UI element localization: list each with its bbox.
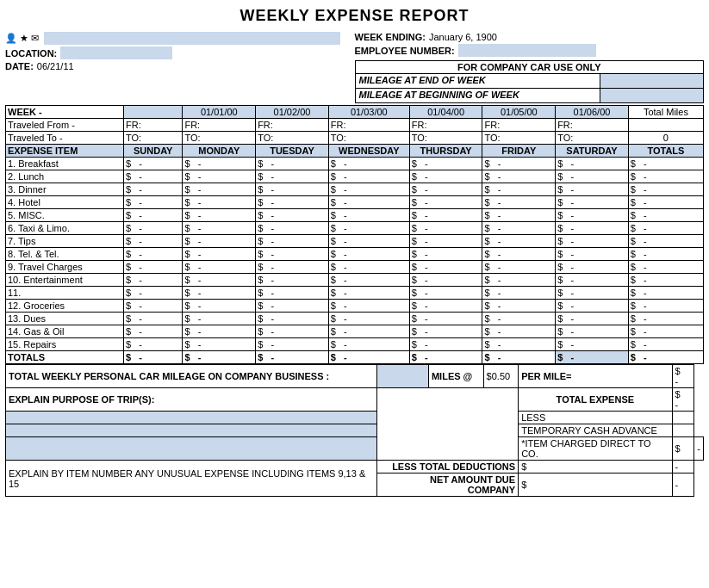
cell-0-6[interactable]: $ - — [556, 158, 629, 170]
cell-1-4[interactable]: $ - — [409, 170, 482, 183]
cell-1-1[interactable]: $ - — [183, 170, 256, 183]
cell-2-7[interactable]: $ - — [628, 183, 703, 196]
mileage-end-input[interactable] — [600, 74, 703, 88]
cell-8-2[interactable]: $ - — [256, 261, 329, 274]
cell-0-3[interactable]: $ - — [328, 158, 409, 170]
cell-7-5[interactable]: $ - — [482, 248, 556, 261]
cell-1-6[interactable]: $ - — [556, 170, 629, 183]
cell-7-2[interactable]: $ - — [256, 248, 329, 261]
cell-2-1[interactable]: $ - — [183, 183, 256, 196]
cell-8-5[interactable]: $ - — [482, 261, 556, 274]
cell-15-6[interactable]: $ - — [556, 351, 629, 364]
cell-1-3[interactable]: $ - — [328, 170, 409, 183]
cell-15-0[interactable]: $ - — [123, 351, 182, 364]
cell-15-4[interactable]: $ - — [409, 351, 482, 364]
cell-11-4[interactable]: $ - — [409, 300, 482, 313]
cell-14-2[interactable]: $ - — [256, 338, 329, 351]
cell-6-7[interactable]: $ - — [628, 235, 703, 248]
cell-12-7[interactable]: $ - — [628, 313, 703, 325]
cell-14-5[interactable]: $ - — [482, 338, 556, 351]
cell-4-7[interactable]: $ - — [628, 209, 703, 222]
cell-9-2[interactable]: $ - — [256, 274, 329, 287]
cell-6-6[interactable]: $ - — [556, 235, 629, 248]
cell-0-1[interactable]: $ - — [183, 158, 256, 170]
cell-11-7[interactable]: $ - — [628, 300, 703, 313]
cell-3-7[interactable]: $ - — [628, 196, 703, 209]
cell-12-3[interactable]: $ - — [328, 313, 409, 325]
cell-10-4[interactable]: $ - — [409, 287, 482, 300]
cell-13-3[interactable]: $ - — [328, 325, 409, 338]
cell-14-3[interactable]: $ - — [328, 338, 409, 351]
cell-11-3[interactable]: $ - — [328, 300, 409, 313]
cell-14-1[interactable]: $ - — [183, 338, 256, 351]
cell-4-0[interactable]: $ - — [123, 209, 182, 222]
cell-12-0[interactable]: $ - — [123, 313, 182, 325]
cell-4-4[interactable]: $ - — [409, 209, 482, 222]
cell-6-1[interactable]: $ - — [183, 235, 256, 248]
cell-13-1[interactable]: $ - — [183, 325, 256, 338]
cell-7-1[interactable]: $ - — [183, 248, 256, 261]
cell-15-1[interactable]: $ - — [183, 351, 256, 364]
cell-1-7[interactable]: $ - — [628, 170, 703, 183]
cell-12-2[interactable]: $ - — [256, 313, 329, 325]
cell-12-5[interactable]: $ - — [482, 313, 556, 325]
cell-13-6[interactable]: $ - — [556, 325, 629, 338]
cell-0-4[interactable]: $ - — [409, 158, 482, 170]
cell-3-4[interactable]: $ - — [409, 196, 482, 209]
cell-5-7[interactable]: $ - — [628, 222, 703, 235]
cell-8-0[interactable]: $ - — [123, 261, 182, 274]
cell-14-4[interactable]: $ - — [409, 338, 482, 351]
cell-3-6[interactable]: $ - — [556, 196, 629, 209]
cell-13-4[interactable]: $ - — [409, 325, 482, 338]
cell-0-5[interactable]: $ - — [482, 158, 556, 170]
cell-9-7[interactable]: $ - — [628, 274, 703, 287]
cell-5-5[interactable]: $ - — [482, 222, 556, 235]
cell-7-6[interactable]: $ - — [556, 248, 629, 261]
mileage-begin-input[interactable] — [600, 89, 703, 102]
cell-12-6[interactable]: $ - — [556, 313, 629, 325]
cell-4-1[interactable]: $ - — [183, 209, 256, 222]
cell-0-7[interactable]: $ - — [628, 158, 703, 170]
cell-8-4[interactable]: $ - — [409, 261, 482, 274]
cell-8-1[interactable]: $ - — [183, 261, 256, 274]
cell-9-1[interactable]: $ - — [183, 274, 256, 287]
cell-4-3[interactable]: $ - — [328, 209, 409, 222]
cell-10-1[interactable]: $ - — [183, 287, 256, 300]
cell-10-5[interactable]: $ - — [482, 287, 556, 300]
cell-2-6[interactable]: $ - — [556, 183, 629, 196]
employee-number-input[interactable] — [458, 44, 596, 57]
cell-10-6[interactable]: $ - — [556, 287, 629, 300]
cell-6-5[interactable]: $ - — [482, 235, 556, 248]
cell-14-0[interactable]: $ - — [123, 338, 182, 351]
cell-15-3[interactable]: $ - — [328, 351, 409, 364]
cell-3-1[interactable]: $ - — [183, 196, 256, 209]
cell-3-3[interactable]: $ - — [328, 196, 409, 209]
cell-4-2[interactable]: $ - — [256, 209, 329, 222]
cell-7-3[interactable]: $ - — [328, 248, 409, 261]
name-input[interactable] — [44, 32, 340, 45]
cell-4-5[interactable]: $ - — [482, 209, 556, 222]
cell-11-0[interactable]: $ - — [123, 300, 182, 313]
cell-7-7[interactable]: $ - — [628, 248, 703, 261]
cell-11-2[interactable]: $ - — [256, 300, 329, 313]
cell-15-7[interactable]: $ - — [628, 351, 703, 364]
cell-10-3[interactable]: $ - — [328, 287, 409, 300]
cell-2-4[interactable]: $ - — [409, 183, 482, 196]
cell-4-6[interactable]: $ - — [556, 209, 629, 222]
cell-10-7[interactable]: $ - — [628, 287, 703, 300]
cell-2-2[interactable]: $ - — [256, 183, 329, 196]
cell-6-3[interactable]: $ - — [328, 235, 409, 248]
cell-10-2[interactable]: $ - — [256, 287, 329, 300]
cell-5-6[interactable]: $ - — [556, 222, 629, 235]
cell-10-0[interactable]: $ - — [123, 287, 182, 300]
cell-0-0[interactable]: $ - — [123, 158, 182, 170]
cell-6-4[interactable]: $ - — [409, 235, 482, 248]
cell-11-5[interactable]: $ - — [482, 300, 556, 313]
cell-1-5[interactable]: $ - — [482, 170, 556, 183]
cell-11-6[interactable]: $ - — [556, 300, 629, 313]
cell-9-4[interactable]: $ - — [409, 274, 482, 287]
cell-5-2[interactable]: $ - — [256, 222, 329, 235]
cell-12-4[interactable]: $ - — [409, 313, 482, 325]
cell-15-2[interactable]: $ - — [256, 351, 329, 364]
cell-6-0[interactable]: $ - — [123, 235, 182, 248]
